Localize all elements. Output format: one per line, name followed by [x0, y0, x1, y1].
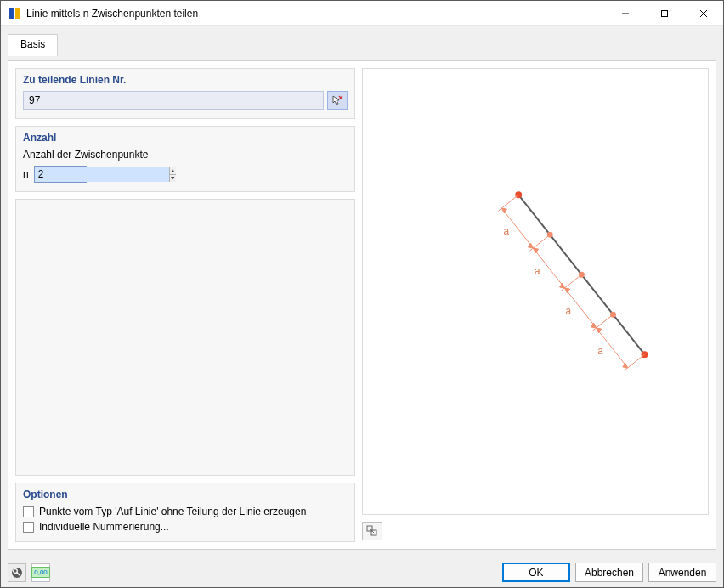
titlebar: Linie mittels n Zwischenpunkten teilen	[1, 1, 723, 26]
tab-basis[interactable]: Basis	[8, 34, 58, 56]
svg-marker-23	[534, 248, 539, 253]
seg-label-1: a	[503, 225, 509, 237]
svg-rect-0	[9, 8, 14, 19]
n-label: n	[23, 168, 29, 180]
spacer-panel	[15, 199, 355, 476]
n-spinner[interactable]: ▲ ▼	[34, 166, 87, 183]
pick-lines-button[interactable]	[327, 91, 348, 110]
opt2-checkbox[interactable]	[23, 522, 34, 533]
opt1-label: Punkte vom Typ 'Auf Linie' ohne Teilung …	[39, 506, 306, 517]
n-input[interactable]	[35, 167, 169, 182]
seg-label-4: a	[597, 345, 603, 357]
units-button[interactable]: 0,00	[31, 563, 50, 582]
seg-label-3: a	[566, 305, 572, 317]
apply-button[interactable]: Anwenden	[648, 563, 716, 582]
count-panel-title: Anzahl	[23, 132, 348, 144]
maximize-button[interactable]	[645, 1, 684, 25]
left-column: Zu teilende Linien Nr. Anzahl	[15, 68, 355, 542]
right-column: a a a a	[362, 68, 709, 542]
svg-marker-26	[565, 288, 570, 293]
preview-mode-button[interactable]	[362, 522, 382, 540]
options-panel: Optionen Punkte vom Typ 'Auf Linie' ohne…	[15, 483, 355, 542]
svg-rect-3	[662, 10, 668, 16]
svg-marker-27	[591, 323, 597, 328]
dialog-body: Basis Zu teilende Linien Nr.	[1, 26, 723, 557]
svg-marker-21	[529, 243, 534, 248]
preview-canvas: a a a a	[362, 68, 709, 515]
count-subtitle: Anzahl der Zwischenpunkte	[23, 149, 348, 161]
count-panel: Anzahl Anzahl der Zwischenpunkte n ▲ ▼	[15, 126, 355, 192]
spin-down[interactable]: ▼	[170, 174, 176, 183]
preview-toolbar	[362, 520, 709, 542]
seg-label-2: a	[535, 265, 540, 277]
opt1-checkbox[interactable]	[23, 506, 34, 517]
dialog-window: Linie mittels n Zwischenpunkten teilen B…	[0, 0, 724, 588]
help-button[interactable]	[8, 563, 26, 582]
lines-input[interactable]	[23, 91, 324, 110]
close-button[interactable]	[684, 1, 723, 25]
units-label: 0,00	[31, 567, 50, 578]
tab-content: Zu teilende Linien Nr. Anzahl	[8, 60, 716, 550]
options-title: Optionen	[23, 489, 348, 500]
app-icon	[8, 7, 21, 20]
svg-marker-20	[501, 208, 506, 213]
spin-up[interactable]: ▲	[170, 167, 176, 174]
dialog-footer: 0,00 OK Abbrechen Anwenden	[1, 557, 723, 587]
minimize-button[interactable]	[606, 1, 645, 25]
cancel-button[interactable]: Abbrechen	[575, 563, 643, 582]
svg-marker-30	[623, 363, 628, 368]
svg-marker-29	[597, 328, 602, 333]
lines-panel-title: Zu teilende Linien Nr.	[23, 74, 348, 86]
lines-panel: Zu teilende Linien Nr.	[15, 68, 355, 119]
window-title: Linie mittels n Zwischenpunkten teilen	[26, 8, 606, 20]
tabstrip: Basis	[8, 33, 716, 55]
svg-marker-24	[560, 283, 565, 288]
svg-rect-1	[15, 8, 20, 19]
ok-button[interactable]: OK	[502, 563, 570, 582]
opt2-label: Individuelle Nummerierung...	[39, 521, 169, 533]
